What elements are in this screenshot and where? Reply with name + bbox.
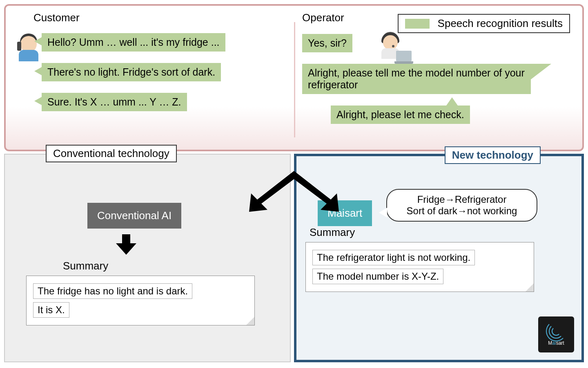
conventional-title: Conventional technology xyxy=(46,145,177,162)
swirl-icon xyxy=(546,323,566,339)
summary-line: The model number is X-Y-Z. xyxy=(312,269,443,284)
summary-label: Summary xyxy=(63,260,281,272)
new-summary-box: The refrigerator light is not working. T… xyxy=(305,242,534,292)
summary-line: The fridge has no light and is dark. xyxy=(33,283,192,299)
operator-bubble: Alright, please let me check. xyxy=(331,105,470,124)
maisart-callout: Fridge→Refrigerator Sort of dark→not wor… xyxy=(386,189,537,222)
customer-icon xyxy=(17,32,40,61)
callout-line: Fridge→Refrigerator xyxy=(396,194,528,205)
customer-bubble: There's no light. Fridge's sort of dark. xyxy=(42,63,221,81)
operator-icon xyxy=(376,31,412,66)
fork-arrow-icon xyxy=(233,150,355,216)
diagram-root: Speech recognition results Customer Hell… xyxy=(0,0,588,368)
operator-column: Operator Yes, sir? Alright, please tell … xyxy=(294,11,575,144)
maisart-logo: Maisart xyxy=(538,316,574,352)
customer-bubble: Hello? Umm … well ... it's my fridge ... xyxy=(42,33,225,52)
conversation-panel: Speech recognition results Customer Hell… xyxy=(4,4,584,151)
down-arrow-icon xyxy=(116,234,136,255)
operator-bubble: Yes, sir? xyxy=(302,34,352,52)
customer-role-label: Customer xyxy=(33,11,286,24)
operator-bubble: Alright, please tell me the model number… xyxy=(302,64,531,94)
summary-line: It is X. xyxy=(33,302,69,318)
operator-role-label: Operator xyxy=(302,11,575,24)
summary-line: The refrigerator light is not working. xyxy=(312,250,475,265)
new-technology-title: New technology xyxy=(445,146,541,164)
customer-bubble: Sure. It's X … umm ... Y … Z. xyxy=(42,93,187,111)
summary-label: Summary xyxy=(310,226,572,239)
customer-column: Customer Hello? Umm … well ... it's my f… xyxy=(13,11,294,144)
conventional-ai-box: Conventional AI xyxy=(87,203,181,229)
callout-line: Sort of dark→not working xyxy=(396,205,528,217)
conventional-summary-box: The fridge has no light and is dark. It … xyxy=(26,276,255,325)
